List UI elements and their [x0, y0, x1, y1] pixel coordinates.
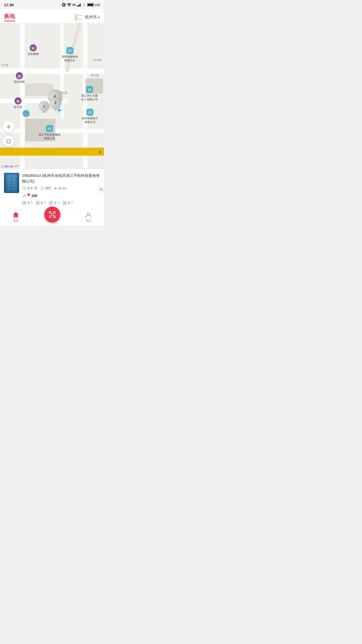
hours-detail: 🕐 全天 营: [22, 186, 37, 190]
slot-counts-row: 换 0 个 充 0 个 空 0 个 故 0 个: [22, 200, 100, 206]
mute-icon: 🔇: [62, 3, 66, 7]
building-icon: 🏢: [88, 110, 92, 114]
appointment-text: 预约: [45, 186, 51, 190]
poi-zhejiang-dafang[interactable]: 🏢 浙江浙大方圆化工有限公司: [79, 86, 100, 102]
poi-label-zhiyuan: 杭州智源电子有限公司: [80, 116, 100, 124]
open-badge: 营: [34, 186, 37, 190]
distance-text: 46.0m: [58, 187, 66, 190]
basket-icon: 🧺: [31, 46, 35, 50]
pin-0[interactable]: 0: [39, 101, 49, 111]
clock2-icon: 🕐: [40, 186, 44, 190]
location-button[interactable]: [3, 121, 14, 132]
error-dot: [27, 193, 30, 196]
page-num: 50: [1, 165, 4, 168]
slot-cell: [7, 188, 11, 190]
hours-text: 全天: [27, 186, 33, 190]
grid-list-button[interactable]: [75, 14, 82, 20]
charging-icon: ⚡: [82, 3, 86, 7]
poi-label-dafang: 浙江浙大方圆化工有限公司: [79, 94, 100, 102]
slot-gu: 故 0 个: [62, 200, 74, 206]
signal-bars: [22, 194, 26, 197]
pin-medium-body: 2: [48, 95, 63, 111]
bottom-navigation: 首页 我的: [0, 209, 104, 226]
slot-cell: [12, 178, 16, 181]
poi-yusong[interactable]: 🏢 浙江宇松科技股份有限公司: [38, 125, 61, 141]
poi-zhiyuan[interactable]: 🏢 杭州智源电子有限公司: [80, 109, 100, 124]
info-card: 299280014 (杭州市余杭区浙江宇松科技股份有限公司) 🕐 全天 营 🕐 …: [0, 169, 104, 209]
status-bar: 17:30 🔇 4G ⚡ 100: [0, 0, 104, 9]
detect-button[interactable]: 测: [98, 186, 104, 193]
header-title-wrap: 换电: [4, 13, 15, 21]
city-name: 杭州市: [85, 15, 97, 20]
slot-huan: 换 0 个: [22, 200, 33, 206]
dash-separator: -: [99, 193, 100, 198]
nav-home[interactable]: 首页: [12, 212, 19, 223]
slot-cell: [7, 178, 11, 181]
poi-shiji[interactable]: 🧺 世纪华联: [14, 72, 25, 84]
battery-row: 100 -: [22, 193, 100, 198]
slot-kong: 空 0 个: [49, 200, 60, 206]
pin-small-body: 0: [37, 99, 51, 113]
road-label-21hao: 21号楼: [93, 58, 102, 62]
navigation-icon: ➤: [54, 186, 57, 190]
svg-point-3: [87, 213, 90, 215]
poi-label-shenzhen: 深圳城铄科技有限公司: [60, 55, 80, 63]
slot-kong-icon: 空: [49, 201, 53, 205]
poi-pinquan[interactable]: 🧺 品全购物: [28, 44, 39, 56]
battery-icon: 100: [87, 3, 100, 7]
svg-rect-2: [51, 213, 54, 216]
clock-icon: 🕐: [22, 186, 26, 190]
slot-chong: 充 0 个: [35, 200, 47, 206]
wifi-icon: [67, 3, 71, 7]
map-container[interactable]: ← → 永拦 2号楼 21号楼 3号楼 荆大线 🧺 品全购物 🧺 世纪华联 🧺 …: [0, 23, 104, 169]
network-icon: 4G: [72, 3, 76, 6]
scan-icon: [49, 211, 56, 218]
poi-label-haoyouduo: 好又多: [14, 105, 22, 109]
station-title: 299280014 (杭州市余杭区浙江宇松科技股份有限公司): [22, 173, 100, 184]
history-button[interactable]: [3, 136, 14, 147]
user-icon: [85, 212, 92, 218]
station-meta-row: 🕐 全天 营 🕐 预约 ➤ 46.0m: [22, 186, 100, 190]
pin-2[interactable]: 2: [50, 97, 61, 108]
slot-huan-icon: 换: [22, 201, 27, 205]
nav-profile[interactable]: 我的: [85, 212, 92, 223]
building-icon: 🏢: [87, 88, 92, 92]
grid-sq-icon: [75, 18, 77, 20]
page-title: 换电: [4, 13, 15, 20]
signal-icon: [77, 3, 81, 7]
nav-profile-label: 我的: [86, 219, 91, 223]
info-details: 299280014 (杭州市余杭区浙江宇松科技股份有限公司) 🕐 全天 营 🕐 …: [22, 173, 100, 206]
dash-2: -: [77, 200, 78, 206]
map-branding: Baidu 地图: [5, 165, 19, 168]
building-icon: 🏢: [48, 127, 52, 131]
svg-point-0: [8, 126, 9, 128]
pin-0-number: 0: [43, 104, 45, 108]
building-icon: 🏢: [68, 49, 72, 53]
slot-gu-icon: 故: [62, 201, 67, 205]
slot-cell: [7, 182, 11, 184]
header: 换电 杭州市: [0, 9, 104, 23]
current-location-dot: [57, 108, 61, 112]
road-label-jingda: 荆大线: [91, 73, 99, 77]
bus-stop-icon: 🚌: [23, 110, 30, 117]
basket-icon: 🧺: [17, 74, 21, 78]
yellow-road: ← → 永拦: [0, 148, 104, 156]
poi-haoyouduo[interactable]: 🧺 好又多: [14, 97, 22, 109]
battery-level: 100: [31, 194, 37, 198]
poi-shenzhen[interactable]: 🏢 深圳城铄科技有限公司: [60, 47, 80, 63]
appointment-detail: 🕐 预约: [40, 186, 51, 190]
grid-sq-icon: [75, 14, 77, 17]
slot-cell: [12, 175, 16, 178]
battery-percentage: 100: [95, 3, 100, 7]
scan-button[interactable]: [44, 207, 60, 223]
header-right: 杭州市: [75, 14, 100, 20]
road-label-2hao: 2号楼: [2, 63, 9, 67]
slot-cell: [7, 175, 11, 178]
svg-point-1: [7, 125, 10, 128]
pin-2-number: 2: [54, 101, 57, 105]
city-selector[interactable]: 杭州市: [85, 15, 100, 20]
road: [20, 23, 25, 169]
road: [60, 23, 64, 119]
status-icons: 🔇 4G ⚡ 100: [62, 3, 100, 7]
poi-label-pinquan: 品全购物: [28, 52, 39, 56]
